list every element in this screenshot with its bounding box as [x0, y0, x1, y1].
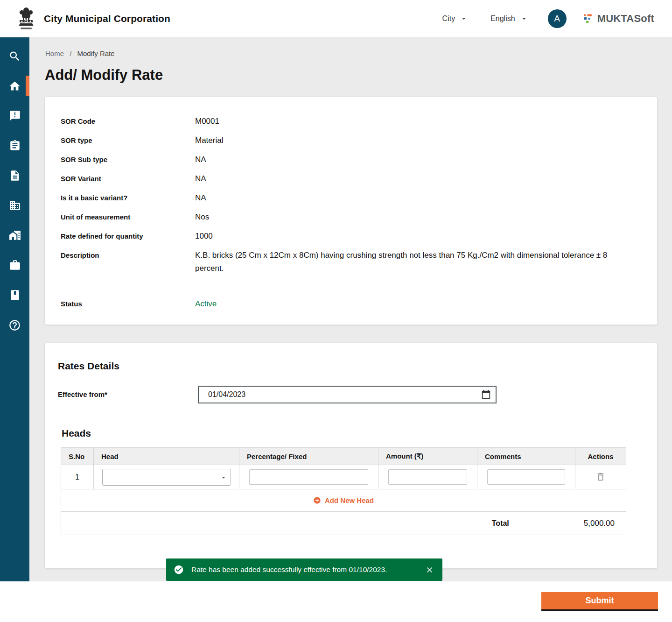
field-label: SOR Sub type — [61, 153, 195, 164]
add-new-head-row: Add New Head — [61, 489, 626, 512]
col-header-amount: Amount (₹) — [378, 448, 477, 465]
help-icon — [8, 319, 21, 332]
toast-message: Rate has been added successfully effecti… — [191, 565, 387, 574]
national-emblem-logo — [17, 6, 35, 31]
sidebar-item-search[interactable] — [0, 41, 29, 71]
top-bar: City Municipal Corporation City English … — [0, 0, 672, 37]
total-label: Total — [492, 519, 509, 528]
col-header-actions: Actions — [575, 448, 626, 465]
check-circle-icon — [174, 565, 184, 575]
briefcase-icon — [9, 259, 21, 271]
document-icon — [9, 170, 21, 182]
sidebar-item-properties[interactable] — [0, 220, 29, 250]
col-header-percentage-fixed: Percentage/ Fixed — [239, 448, 378, 465]
city-selector-label: City — [442, 14, 455, 23]
sidebar-item-help[interactable] — [0, 310, 29, 340]
sidebar-item-documents[interactable] — [0, 161, 29, 191]
total-row: Total 5,000.00 — [61, 512, 626, 535]
select-caret-icon — [220, 474, 227, 481]
sidebar — [0, 37, 29, 581]
table-row: 1 — [61, 465, 626, 489]
chevron-down-icon — [460, 14, 468, 23]
brand-name: MUKTASoft — [597, 13, 654, 25]
sor-details-card: SOR Code M0001 SOR type Material SOR Sub… — [45, 97, 657, 325]
row-comments-cell — [477, 465, 575, 489]
field-value: 1000 — [195, 230, 213, 243]
field-row-quantity: Rate defined for quantity 1000 — [61, 230, 638, 249]
sidebar-item-work[interactable] — [0, 250, 29, 280]
sidebar-item-assignments[interactable] — [0, 131, 29, 161]
building-icon — [9, 199, 21, 212]
avatar-letter: A — [554, 14, 560, 24]
field-label: SOR Variant — [61, 172, 195, 184]
field-row-status: Status Active — [61, 297, 638, 317]
close-icon — [425, 565, 434, 574]
breadcrumb-home-link[interactable]: Home — [45, 49, 64, 57]
breadcrumb-separator: / — [70, 49, 71, 57]
rates-section-title: Rates Details — [58, 360, 119, 372]
status-value: Active — [195, 297, 217, 311]
field-row-unit: Unit of measurement Nos — [61, 211, 638, 230]
trash-icon — [595, 472, 606, 482]
success-toast: Rate has been added successfully effecti… — [166, 558, 442, 581]
home-icon — [8, 80, 21, 92]
breadcrumb-current: Modify Rate — [77, 49, 115, 57]
sidebar-item-home[interactable] — [0, 71, 29, 101]
assignment-icon — [9, 140, 21, 152]
field-label: Description — [61, 249, 195, 260]
breadcrumb: Home / Modify Rate — [45, 49, 115, 57]
home-work-icon — [9, 229, 21, 241]
search-icon — [8, 50, 21, 63]
heads-table: S.No Head Percentage/ Fixed Amount (₹) C… — [61, 447, 626, 535]
add-new-head-button[interactable]: Add New Head — [313, 496, 374, 504]
head-select[interactable] — [102, 469, 231, 486]
field-row-basic-variant: Is it a basic variant? NA — [61, 191, 638, 211]
avatar[interactable]: A — [548, 9, 567, 28]
amount-input[interactable] — [388, 469, 467, 485]
field-label: Rate defined for quantity — [61, 230, 195, 241]
total-value: 5,000.00 — [584, 519, 615, 528]
rates-details-card: Rates Details Effective from* Heads S.No… — [45, 343, 657, 568]
footer-action-bar: Submit — [0, 581, 672, 622]
plus-circle-icon — [313, 496, 321, 504]
page-title: Add/ Modify Rate — [45, 67, 163, 84]
app-title: City Municipal Corporation — [44, 13, 170, 24]
field-row-sor-variant: SOR Variant NA — [61, 172, 638, 191]
comments-input[interactable] — [487, 469, 565, 485]
field-row-description: Description K.B. bricks (25 Cm x 12Cm x … — [61, 249, 638, 297]
effective-from-input[interactable] — [198, 386, 497, 403]
field-label: SOR Code — [61, 115, 195, 126]
field-row-sor-sub-type: SOR Sub type NA — [61, 153, 638, 172]
row-head-cell — [94, 465, 239, 489]
toast-close-button[interactable] — [424, 565, 435, 575]
sidebar-item-organization[interactable] — [0, 191, 29, 220]
field-label: SOR type — [61, 134, 195, 145]
field-value: NA — [195, 191, 206, 205]
add-new-head-label: Add New Head — [325, 496, 374, 504]
field-value: Material — [195, 134, 223, 147]
sidebar-item-ledger[interactable] — [0, 280, 29, 310]
field-value: NA — [195, 172, 206, 185]
sidebar-item-announcements[interactable] — [0, 101, 29, 131]
effective-from-label: Effective from* — [58, 390, 107, 398]
field-label: Is it a basic variant? — [61, 191, 195, 203]
field-row-sor-code: SOR Code M0001 — [61, 115, 638, 134]
field-value: Nos — [195, 211, 209, 224]
language-selector[interactable]: English — [490, 14, 528, 23]
row-sno: 1 — [61, 465, 94, 489]
city-selector[interactable]: City — [442, 14, 469, 23]
field-label: Status — [61, 297, 195, 309]
delete-row-button[interactable] — [595, 471, 607, 483]
submit-button[interactable]: Submit — [541, 592, 658, 611]
field-row-sor-type: SOR type Material — [61, 134, 638, 153]
col-header-comments: Comments — [477, 448, 575, 465]
effective-from-field — [198, 386, 497, 403]
chevron-down-icon — [520, 14, 528, 23]
col-header-sno: S.No — [61, 448, 94, 465]
muktasoft-dots-icon — [583, 14, 594, 24]
percentage-fixed-input[interactable] — [249, 469, 368, 485]
heads-table-header-row: S.No Head Percentage/ Fixed Amount (₹) C… — [61, 448, 626, 465]
col-header-head: Head — [94, 448, 239, 465]
muktasoft-logo: MUKTASoft — [583, 13, 654, 25]
active-indicator — [26, 76, 29, 96]
